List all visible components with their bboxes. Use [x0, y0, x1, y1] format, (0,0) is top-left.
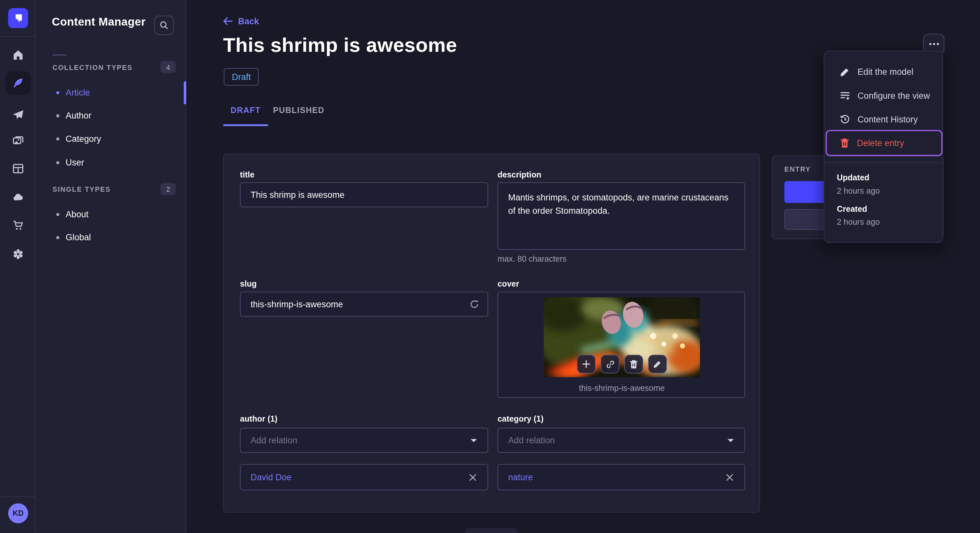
avatar[interactable]: KD: [8, 503, 28, 523]
history-clock-icon: [840, 114, 850, 124]
app-window: KD Content Manager COLLECTION TYPES 4 Ar…: [0, 0, 980, 533]
menu-divider: [824, 162, 942, 163]
cover-copy-link-button[interactable]: [600, 355, 619, 373]
nav-content-type-builder[interactable]: [0, 157, 36, 180]
main-nav-rail: KD: [0, 0, 36, 533]
author-field-label: author (1): [240, 414, 278, 424]
sidebar-item-global[interactable]: Global: [56, 231, 175, 244]
cover-add-button[interactable]: [577, 355, 596, 373]
cover-caption: this-shrimp-is-awesome: [498, 383, 746, 393]
description-field-label: description: [498, 170, 541, 179]
caret-down-icon: [470, 438, 477, 443]
sidebar-item-label: Author: [65, 110, 91, 121]
nav-settings[interactable]: [0, 242, 36, 266]
single-types-count: 2: [161, 183, 176, 195]
menu-item-label: Delete entry: [857, 138, 904, 148]
menu-item-label: Configure the view: [858, 90, 930, 101]
status-badge: Draft: [224, 68, 259, 86]
content-manager-sidebar: Content Manager COLLECTION TYPES 4 Artic…: [36, 0, 186, 533]
created-value: 2 hours ago: [837, 217, 880, 227]
nav-marketplace[interactable]: [0, 214, 36, 237]
arrow-left-icon: [223, 17, 233, 25]
description-textarea[interactable]: Mantis shrimps, or stomatopods, are mari…: [498, 182, 745, 250]
regenerate-slug-icon[interactable]: [469, 299, 479, 309]
menu-item-edit-model[interactable]: Edit the model: [827, 60, 941, 84]
slug-field-label: slug: [240, 279, 257, 289]
nav-deploy[interactable]: [0, 186, 36, 209]
bullet-icon: [56, 236, 60, 239]
sidebar-item-label: Article: [65, 87, 90, 97]
back-label: Back: [238, 16, 259, 26]
bullet-icon: [56, 114, 60, 117]
nav-releases[interactable]: [0, 103, 36, 127]
rail-divider: [0, 36, 36, 37]
sidebar-item-user[interactable]: User: [56, 156, 175, 169]
strapi-logo-icon: [13, 13, 24, 24]
cover-delete-button[interactable]: [625, 355, 643, 373]
collection-types-count: 4: [161, 61, 176, 73]
category-relation-link[interactable]: nature: [508, 472, 533, 482]
trash-icon: [840, 138, 850, 148]
author-relation-select[interactable]: Add relation: [240, 428, 488, 453]
sidebar-title: Content Manager: [52, 16, 145, 29]
cover-edit-button[interactable]: [648, 355, 667, 373]
sidebar-item-label: User: [65, 157, 84, 167]
updated-label: Updated: [837, 173, 869, 182]
remove-author-button[interactable]: [468, 472, 478, 482]
cover-field: this-shrimp-is-awesome: [498, 292, 745, 398]
strapi-logo[interactable]: [8, 8, 28, 28]
description-hint: max. 80 characters: [498, 254, 566, 263]
cart-icon: [12, 219, 24, 232]
sidebar-divider: [52, 54, 66, 56]
category-select-placeholder: Add relation: [508, 435, 555, 445]
close-icon: [468, 473, 476, 481]
author-relation-item: David Doe: [240, 464, 488, 490]
menu-item-configure-view[interactable]: Configure the view: [827, 84, 941, 107]
search-icon: [159, 21, 169, 30]
more-actions-menu: Edit the model Configure the view Conten…: [824, 51, 943, 243]
cover-field-label: cover: [498, 279, 519, 289]
section-single-types: SINGLE TYPES: [52, 186, 111, 193]
bullet-icon: [56, 137, 60, 140]
caret-down-icon: [727, 438, 734, 443]
nav-home[interactable]: [0, 43, 36, 67]
cover-actions-toolbar: [577, 355, 667, 373]
remove-category-button[interactable]: [724, 472, 734, 482]
menu-item-delete-entry[interactable]: Delete entry: [827, 131, 941, 155]
title-input[interactable]: [240, 182, 488, 207]
search-button[interactable]: [154, 16, 174, 35]
tab-draft[interactable]: DRAFT: [223, 103, 268, 117]
author-relation-link[interactable]: David Doe: [250, 472, 291, 482]
home-icon: [12, 49, 24, 61]
bottom-peek-element: [465, 528, 518, 533]
sidebar-item-category[interactable]: Category: [56, 132, 175, 145]
sidebar-item-about[interactable]: About: [56, 208, 175, 220]
media-library-icon: [12, 134, 24, 147]
category-relation-select[interactable]: Add relation: [498, 428, 745, 453]
updated-value: 2 hours ago: [837, 186, 880, 195]
nav-media-library[interactable]: [0, 128, 36, 152]
pencil-icon: [653, 360, 662, 368]
dot-icon: [933, 43, 935, 45]
tab-published[interactable]: PUBLISHED: [273, 103, 325, 117]
status-badge-label: Draft: [232, 72, 251, 82]
dot-icon: [929, 43, 931, 45]
feather-icon: [12, 77, 25, 89]
cloud-icon: [12, 191, 24, 204]
back-link[interactable]: Back: [223, 16, 259, 26]
sidebar-item-label: Global: [65, 232, 91, 242]
nav-content-manager[interactable]: [5, 71, 30, 95]
rail-bottom-divider: [0, 497, 36, 497]
entry-form-card: title description Mantis shrimps, or sto…: [223, 154, 760, 512]
slug-input[interactable]: [240, 292, 488, 317]
created-label: Created: [837, 204, 867, 214]
tab-active-underline: [223, 124, 268, 126]
menu-item-label: Content History: [858, 114, 918, 124]
menu-item-label: Edit the model: [858, 67, 913, 77]
sidebar-item-author[interactable]: Author: [56, 109, 175, 122]
menu-item-content-history[interactable]: Content History: [827, 108, 941, 131]
sidebar-item-article[interactable]: Article: [56, 86, 175, 99]
bullet-icon: [56, 161, 60, 164]
sidebar-scrollbar-thumb[interactable]: [184, 81, 186, 104]
avatar-initials: KD: [13, 509, 23, 518]
